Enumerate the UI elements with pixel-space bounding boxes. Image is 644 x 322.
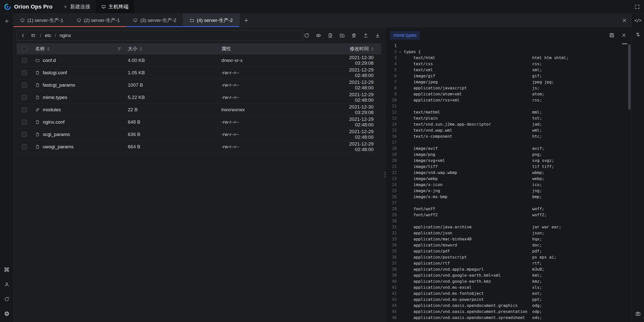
breadcrumb-root[interactable]: / [40, 33, 41, 38]
fold-toggle[interactable] [397, 176, 404, 182]
fold-toggle[interactable] [397, 91, 404, 97]
fold-toggle[interactable] [397, 200, 404, 206]
preview-button[interactable] [315, 32, 322, 39]
fold-toggle[interactable] [397, 242, 404, 248]
sftp-code-button[interactable]: </> [634, 17, 642, 24]
fold-toggle[interactable] [397, 67, 404, 73]
menu-host-terminal[interactable]: 主机终端 [96, 0, 134, 13]
table-row[interactable]: modules 22 B lrwxrwxrwx 2021-12-30 03:29… [17, 104, 381, 116]
file-name[interactable]: uwsgi_params [43, 144, 74, 150]
fold-toggle[interactable] [397, 139, 404, 146]
directory-list-button[interactable] [30, 32, 36, 39]
fold-toggle[interactable] [397, 127, 404, 133]
fold-toggle[interactable] [397, 284, 404, 291]
fold-toggle[interactable] [397, 43, 404, 49]
fold-toggle[interactable] [397, 303, 404, 309]
fold-toggle[interactable] [397, 73, 404, 79]
fold-toggle[interactable] [397, 109, 404, 115]
file-name[interactable]: conf.d [43, 58, 56, 63]
menu-new-connection[interactable]: 新建连接 [58, 0, 96, 13]
fold-toggle[interactable] [397, 133, 404, 139]
fold-toggle[interactable] [397, 236, 404, 242]
fold-toggle[interactable] [397, 206, 404, 212]
fold-toggle[interactable] [397, 97, 404, 103]
table-row[interactable]: fastcgi.conf 1.05 KB -rw-r--r-- 2021-12-… [17, 67, 381, 79]
row-checkbox[interactable] [22, 70, 27, 75]
fold-toggle[interactable] [397, 224, 404, 230]
rail-add-button[interactable] [3, 17, 11, 25]
fold-toggle[interactable] [397, 272, 404, 278]
sort-name[interactable] [47, 47, 50, 51]
user-button[interactable] [3, 281, 11, 288]
transfer-button[interactable] [634, 31, 642, 38]
fold-toggle[interactable] [397, 218, 404, 224]
sync-button[interactable] [3, 295, 11, 303]
column-header-size[interactable]: 大小 [126, 46, 219, 52]
save-button[interactable] [608, 32, 615, 39]
column-header-name[interactable]: 名称 [32, 46, 126, 52]
code-editor[interactable]: 1 2 types { 3 text/html html htm shtml; … [386, 43, 631, 322]
refresh-button[interactable] [303, 32, 310, 39]
close-editor-button[interactable] [620, 32, 627, 39]
fold-toggle[interactable] [397, 182, 404, 188]
fold-toggle[interactable] [397, 55, 404, 61]
fold-toggle[interactable] [397, 212, 404, 218]
editor-file-tab[interactable]: mime.types [390, 31, 420, 40]
table-row[interactable]: scgi_params 636 B -rw-r--r-- 2021-12-29 … [17, 128, 381, 141]
close-tabs-button[interactable] [617, 14, 631, 27]
shortcut-button[interactable]: ⌘ [3, 266, 11, 274]
fold-toggle[interactable] [397, 315, 404, 321]
terminal-tab-4[interactable]: (4) server-生产-2 [183, 14, 240, 27]
table-row[interactable]: mime.types 5.22 KB -rw-r--r-- 2021-12-29… [17, 91, 381, 104]
new-folder-button[interactable] [339, 32, 346, 39]
file-name[interactable]: scgi_params [43, 132, 70, 137]
fold-toggle[interactable] [397, 85, 404, 91]
fold-toggle[interactable] [397, 146, 404, 152]
fold-toggle[interactable] [397, 260, 404, 266]
column-header-mtime[interactable]: 修改时间 [338, 46, 381, 52]
fold-toggle[interactable] [397, 103, 404, 109]
row-checkbox[interactable] [22, 83, 27, 88]
table-row[interactable]: fastcgi_params 1007 B -rw-r--r-- 2021-12… [17, 79, 381, 91]
download-button[interactable] [374, 32, 381, 39]
fold-toggle[interactable] [397, 291, 404, 297]
fold-toggle[interactable] [397, 121, 404, 127]
new-tab-button[interactable] [239, 14, 253, 27]
fold-toggle[interactable] [397, 309, 404, 315]
filter-button[interactable] [117, 47, 121, 51]
editor-scrollbar-thumb[interactable] [628, 44, 631, 110]
file-name[interactable]: nginx.conf [43, 119, 65, 125]
screenshot-button[interactable] [634, 310, 642, 317]
fold-toggle[interactable] [397, 188, 404, 194]
sort-mtime[interactable] [371, 47, 374, 51]
fold-toggle[interactable] [397, 266, 404, 272]
file-name[interactable]: fastcgi.conf [43, 70, 67, 76]
fold-toggle[interactable] [397, 278, 404, 284]
fullscreen-button[interactable] [630, 0, 644, 13]
fold-toggle[interactable] [397, 170, 404, 176]
file-name[interactable]: mime.types [43, 95, 67, 100]
fold-toggle[interactable] [397, 230, 404, 236]
settings-button[interactable] [3, 310, 11, 317]
panel-resize-handle[interactable] [384, 27, 386, 322]
table-row[interactable]: nginx.conf 648 B -rw-r--r-- 2021-12-29 0… [17, 116, 381, 128]
fold-toggle[interactable] [397, 158, 404, 164]
fold-toggle[interactable] [397, 164, 404, 170]
fold-toggle[interactable] [397, 115, 404, 121]
fold-toggle[interactable] [397, 194, 404, 200]
terminal-tab-2[interactable]: (2) server-生产-1 [70, 14, 127, 27]
fold-toggle[interactable] [397, 297, 404, 303]
row-checkbox[interactable] [22, 95, 27, 100]
row-checkbox[interactable] [22, 107, 27, 112]
table-row[interactable]: conf.d 4.00 KB drwxr-xr-x 2021-12-30 03:… [17, 54, 381, 67]
row-checkbox[interactable] [22, 58, 27, 63]
terminal-tab-3[interactable]: (3) server-生产-2 [127, 14, 183, 27]
terminal-tab-1[interactable]: (1) server-生产-1 [14, 14, 70, 27]
fold-toggle[interactable] [397, 79, 404, 85]
fold-toggle[interactable] [397, 248, 404, 254]
breadcrumb-item-etc[interactable]: etc [45, 33, 51, 38]
sort-size[interactable] [140, 47, 142, 51]
row-checkbox[interactable] [22, 132, 27, 137]
select-all-checkbox[interactable] [22, 46, 27, 51]
fold-toggle[interactable] [397, 61, 404, 67]
